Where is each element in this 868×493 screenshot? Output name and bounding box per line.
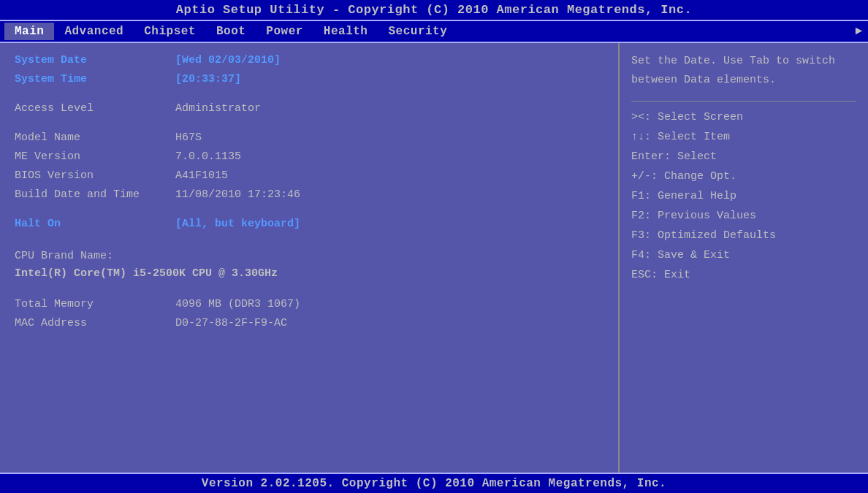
help-text: Set the Date. Use Tab to switch between …	[631, 52, 856, 89]
shortcut-f2: F2: Previous Values	[631, 206, 856, 226]
shortcut-list: ><: Select Screen ↑↓: Select Item Enter:…	[631, 107, 856, 285]
halt-on-value[interactable]: [All, but keyboard]	[175, 215, 300, 233]
me-version-value: 7.0.0.1135	[175, 148, 241, 166]
main-content: System Date [Wed 02/03/2010] System Time…	[0, 43, 868, 473]
nav-item-boot[interactable]: Boot	[206, 23, 256, 40]
shortcut-select-screen: ><: Select Screen	[631, 107, 856, 127]
nav-item-health[interactable]: Health	[313, 23, 378, 40]
footer: Version 2.02.1205. Copyright (C) 2010 Am…	[0, 473, 868, 493]
shortcut-f3: F3: Optimized Defaults	[631, 226, 856, 245]
halt-on-row: Halt On [All, but keyboard]	[15, 215, 604, 233]
shortcut-select-item: ↑↓: Select Item	[631, 127, 856, 147]
mac-address-label: MAC Address	[15, 315, 175, 332]
cpu-block: CPU Brand Name: Intel(R) Core(TM) i5-250…	[15, 248, 604, 283]
shortcut-esc: ESC: Exit	[631, 265, 856, 285]
model-name-row: Model Name H67S	[15, 129, 604, 147]
system-date-row: System Date [Wed 02/03/2010]	[15, 52, 604, 69]
nav-item-main[interactable]: Main	[4, 23, 54, 40]
me-version-row: ME Version 7.0.0.1135	[15, 148, 604, 166]
nav-item-power[interactable]: Power	[256, 23, 313, 40]
mac-address-row: MAC Address D0-27-88-2F-F9-AC	[15, 315, 604, 332]
nav-item-advanced[interactable]: Advanced	[54, 23, 134, 40]
model-name-value: H67S	[175, 129, 202, 147]
system-date-label: System Date	[15, 52, 175, 69]
cpu-brand-label: CPU Brand Name:	[15, 248, 604, 265]
halt-on-label: Halt On	[15, 215, 175, 233]
mac-address-value: D0-27-88-2F-F9-AC	[175, 315, 287, 332]
nav-arrow: ►	[855, 25, 868, 38]
system-time-label: System Time	[15, 71, 175, 88]
bios-container: Aptio Setup Utility - Copyright (C) 2010…	[0, 0, 868, 493]
divider	[631, 101, 856, 102]
build-date-row: Build Date and Time 11/08/2010 17:23:46	[15, 186, 604, 204]
shortcut-change-opt: +/-: Change Opt.	[631, 167, 856, 186]
nav-item-security[interactable]: Security	[378, 23, 457, 40]
total-memory-value: 4096 MB (DDR3 1067)	[175, 296, 300, 313]
shortcut-enter: Enter: Select	[631, 147, 856, 167]
access-level-value: Administrator	[175, 100, 261, 118]
system-time-value[interactable]: [20:33:37]	[175, 71, 241, 88]
bios-version-value: A41F1015	[175, 167, 228, 185]
shortcut-f1: F1: General Help	[631, 186, 856, 206]
cpu-brand-value: Intel(R) Core(TM) i5-2500K CPU @ 3.30GHz	[15, 265, 604, 283]
build-date-value: 11/08/2010 17:23:46	[175, 186, 300, 204]
shortcut-f4: F4: Save & Exit	[631, 245, 856, 265]
access-level-label: Access Level	[15, 100, 175, 118]
total-memory-row: Total Memory 4096 MB (DDR3 1067)	[15, 296, 604, 313]
title-bar: Aptio Setup Utility - Copyright (C) 2010…	[0, 0, 868, 21]
nav-item-chipset[interactable]: Chipset	[134, 23, 206, 40]
footer-text: Version 2.02.1205. Copyright (C) 2010 Am…	[202, 477, 666, 490]
total-memory-label: Total Memory	[15, 296, 175, 313]
build-date-label: Build Date and Time	[15, 186, 175, 204]
right-panel: Set the Date. Use Tab to switch between …	[620, 43, 868, 473]
me-version-label: ME Version	[15, 148, 175, 166]
model-name-label: Model Name	[15, 129, 175, 147]
system-date-value[interactable]: [Wed 02/03/2010]	[175, 52, 281, 69]
left-panel: System Date [Wed 02/03/2010] System Time…	[0, 43, 620, 473]
access-level-row: Access Level Administrator	[15, 100, 604, 118]
bios-version-row: BIOS Version A41F1015	[15, 167, 604, 185]
title-text: Aptio Setup Utility - Copyright (C) 2010…	[176, 3, 692, 17]
system-time-row: System Time [20:33:37]	[15, 71, 604, 88]
nav-bar: Main Advanced Chipset Boot Power Health …	[0, 21, 868, 43]
bios-version-label: BIOS Version	[15, 167, 175, 185]
